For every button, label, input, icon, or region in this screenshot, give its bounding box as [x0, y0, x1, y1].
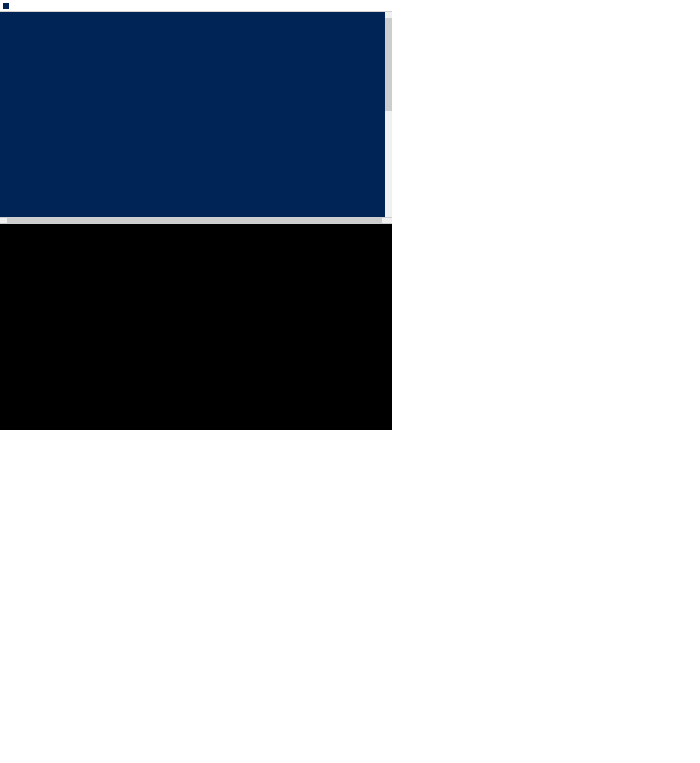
vscroll-track[interactable]	[386, 18, 392, 211]
minimize-button[interactable]	[340, 0, 357, 11]
scroll-left-arrow[interactable]	[0, 218, 7, 223]
hscroll-thumb[interactable]	[7, 218, 382, 223]
content-area	[0, 12, 392, 430]
horizontal-scrollbar[interactable]	[0, 217, 392, 224]
vscroll-thumb[interactable]	[386, 18, 392, 111]
vertical-scrollbar[interactable]	[386, 12, 392, 217]
powershell-output-pane[interactable]	[0, 12, 392, 217]
maximize-button[interactable]	[357, 0, 375, 11]
top-pane-wrap	[0, 12, 392, 217]
close-button[interactable]	[375, 0, 392, 11]
python-repl-pane[interactable]	[0, 224, 392, 430]
scroll-right-arrow[interactable]	[386, 218, 392, 223]
window-buttons	[340, 0, 392, 11]
titlebar[interactable]	[0, 0, 392, 12]
scroll-down-arrow[interactable]	[386, 211, 392, 217]
hscroll-track[interactable]	[7, 218, 386, 223]
powershell-icon	[3, 3, 9, 9]
scroll-up-arrow[interactable]	[386, 12, 392, 18]
